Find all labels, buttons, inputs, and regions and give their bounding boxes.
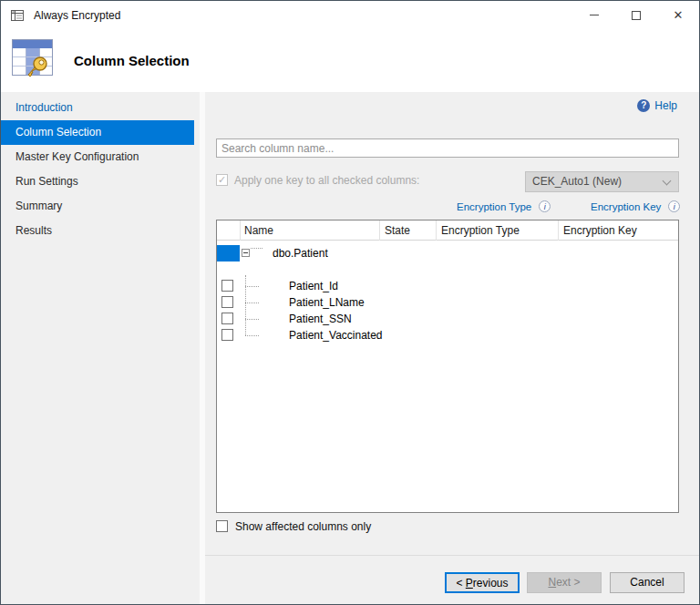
maximize-button[interactable] (615, 1, 657, 29)
row-checkbox[interactable] (221, 296, 233, 308)
always-encrypted-wizard-window: Always Encrypted ✕ Column Selection Intr (0, 0, 700, 605)
column-header-name[interactable]: Name (244, 220, 273, 241)
wizard-body: Introduction Column Selection Master Key… (1, 92, 699, 604)
tree-node-label[interactable]: dbo.Patient (273, 245, 328, 261)
cek-dropdown-value: CEK_Auto1 (New) (532, 175, 622, 188)
row-checkbox[interactable] (221, 313, 233, 324)
sidebar-item-run-settings[interactable]: Run Settings (1, 169, 194, 194)
table-row[interactable]: Patient_Id (217, 278, 678, 294)
column-header-encryption-key[interactable]: Encryption Key (563, 220, 637, 241)
maximize-icon (632, 11, 641, 20)
encryption-type-link-group: Encryption Type i (457, 200, 551, 212)
title-bar: Always Encrypted ✕ (1, 1, 699, 29)
page-header: Column Selection (1, 29, 699, 92)
apply-one-key-checkbox[interactable]: ✓ (216, 174, 228, 186)
encryption-key-link-group: Encryption Key i (591, 200, 680, 212)
row-selector-cell[interactable] (217, 245, 240, 261)
encryption-key-link[interactable]: Encryption Key (591, 201, 661, 212)
footer-divider (205, 555, 699, 556)
help-icon: ? (637, 99, 650, 112)
column-selection-panel: ? Help ✓ Apply one key to all checked co… (205, 92, 699, 604)
cancel-button[interactable]: Cancel (610, 572, 685, 593)
previous-button[interactable]: < Previous (445, 572, 520, 593)
sidebar-item-summary[interactable]: Summary (1, 194, 194, 219)
encryption-key-info-icon[interactable]: i (668, 200, 680, 212)
sidebar-item-master-key-configuration[interactable]: Master Key Configuration (1, 145, 194, 169)
table-row[interactable]: Patient_SSN (217, 311, 678, 327)
encryption-type-link[interactable]: Encryption Type (457, 201, 531, 212)
wizard-steps-sidebar: Introduction Column Selection Master Key… (1, 92, 205, 604)
search-column-input[interactable] (216, 138, 679, 158)
table-row[interactable]: Patient_LName (217, 294, 678, 311)
window-controls: ✕ (573, 1, 699, 29)
columns-table: Name State Encryption Type Encryption Ke… (216, 220, 679, 513)
next-label: Next > (548, 576, 580, 589)
minimize-button[interactable] (573, 1, 615, 29)
help-label: Help (654, 99, 677, 112)
column-divider (240, 220, 241, 241)
table-row[interactable]: dbo.Patient (217, 245, 678, 261)
wizard-steps-list: Introduction Column Selection Master Key… (1, 96, 194, 243)
columns-table-body: dbo.Patient Patient_Id Patient_LName Pat… (217, 241, 678, 512)
tree-node-label[interactable]: Patient_Vaccinated (289, 327, 383, 344)
sidebar-item-introduction[interactable]: Introduction (1, 96, 194, 120)
page-title: Column Selection (74, 53, 190, 68)
help-link[interactable]: ? Help (637, 99, 677, 112)
tree-node-label[interactable]: Patient_LName (289, 294, 365, 311)
cek-dropdown[interactable]: CEK_Auto1 (New) (525, 171, 679, 192)
column-divider (558, 220, 559, 241)
row-checkbox[interactable] (221, 280, 233, 292)
previous-label: < Previous (456, 577, 508, 590)
sidebar-item-results[interactable]: Results (1, 219, 194, 243)
column-header-state[interactable]: State (385, 220, 410, 241)
chevron-down-icon (663, 177, 672, 186)
column-divider (379, 220, 380, 241)
tree-node-label[interactable]: Patient_SSN (289, 311, 352, 327)
close-icon: ✕ (674, 9, 684, 21)
table-key-icon (10, 36, 56, 80)
row-checkbox[interactable] (221, 329, 233, 341)
tree-node-label[interactable]: Patient_Id (289, 278, 338, 294)
column-header-encryption-type[interactable]: Encryption Type (441, 220, 520, 241)
show-affected-checkbox[interactable] (216, 520, 228, 532)
encryption-type-info-icon[interactable]: i (539, 200, 551, 212)
column-divider (436, 220, 437, 241)
cancel-label: Cancel (630, 576, 664, 589)
table-row[interactable]: Patient_Vaccinated (217, 327, 678, 344)
sidebar-item-column-selection[interactable]: Column Selection (1, 120, 194, 145)
close-button[interactable]: ✕ (657, 1, 699, 29)
app-window-icon (10, 8, 25, 23)
apply-one-key-label: Apply one key to all checked columns: (234, 174, 419, 187)
show-affected-label: Show affected columns only (235, 520, 371, 533)
window-title: Always Encrypted (34, 9, 120, 22)
tree-collapse-icon[interactable] (242, 249, 250, 257)
next-button[interactable]: Next > (527, 572, 602, 593)
columns-table-header: Name State Encryption Type Encryption Ke… (217, 220, 678, 241)
minimize-icon (590, 15, 599, 15)
